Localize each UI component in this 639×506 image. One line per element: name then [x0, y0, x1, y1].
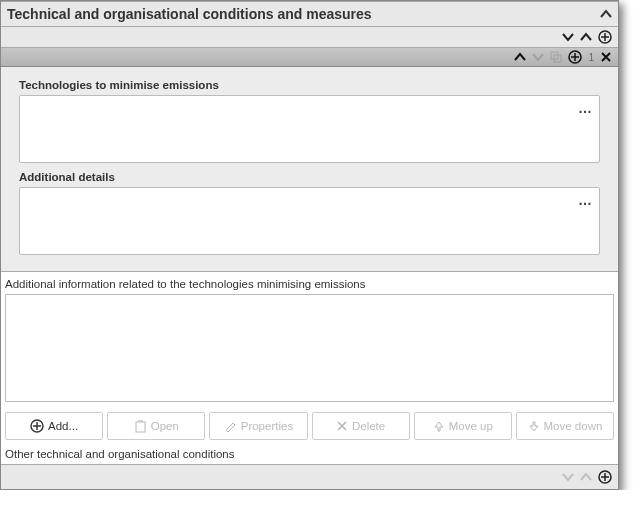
- add-button[interactable]: Add...: [5, 412, 103, 440]
- add-button-label: Add...: [48, 420, 78, 432]
- other-expand-down-icon: [562, 472, 574, 482]
- add-subitem-icon[interactable]: [568, 50, 582, 64]
- delete-item-icon[interactable]: [600, 51, 612, 63]
- attachment-button-row: Add... Open Properties Delete Move up Mo…: [1, 408, 618, 444]
- collapse-icon[interactable]: [600, 9, 612, 19]
- move-down-button: Move down: [516, 412, 614, 440]
- delete-button-label: Delete: [352, 420, 385, 432]
- other-add-item-icon[interactable]: [598, 470, 612, 484]
- copy-item-icon: [550, 51, 562, 63]
- additional-details-label: Additional details: [19, 171, 600, 183]
- move-item-down-icon: [532, 52, 544, 62]
- tech-emissions-label: Technologies to minimise emissions: [19, 79, 600, 91]
- other-conditions-toolbar: [1, 464, 618, 489]
- tech-emissions-edit-icon[interactable]: …: [578, 100, 593, 116]
- additional-details-edit-icon[interactable]: …: [578, 192, 593, 208]
- collapse-up-icon[interactable]: [580, 32, 592, 42]
- move-up-button: Move up: [414, 412, 512, 440]
- expand-down-icon[interactable]: [562, 32, 574, 42]
- open-button-label: Open: [151, 420, 179, 432]
- item-count: 1: [588, 52, 594, 63]
- svg-rect-5: [136, 422, 145, 432]
- move-up-button-label: Move up: [449, 420, 493, 432]
- section-header: Technical and organisational conditions …: [1, 1, 618, 27]
- additional-details-field[interactable]: …: [19, 187, 600, 255]
- item-toolbar: 1: [1, 48, 618, 67]
- properties-button: Properties: [209, 412, 307, 440]
- tech-emissions-field[interactable]: …: [19, 95, 600, 163]
- move-down-button-label: Move down: [544, 420, 603, 432]
- add-item-icon[interactable]: [598, 30, 612, 44]
- properties-button-label: Properties: [241, 420, 293, 432]
- outer-item-toolbar: [1, 27, 618, 48]
- section-title: Technical and organisational conditions …: [7, 6, 372, 22]
- move-item-up-icon[interactable]: [514, 52, 526, 62]
- additional-info-textarea[interactable]: [5, 294, 614, 402]
- delete-button: Delete: [312, 412, 410, 440]
- item-panel: Technologies to minimise emissions … Add…: [1, 67, 618, 272]
- additional-info-label: Additional information related to the te…: [1, 272, 618, 294]
- other-collapse-up-icon: [580, 472, 592, 482]
- other-conditions-label: Other technical and organisational condi…: [1, 444, 618, 464]
- open-button: Open: [107, 412, 205, 440]
